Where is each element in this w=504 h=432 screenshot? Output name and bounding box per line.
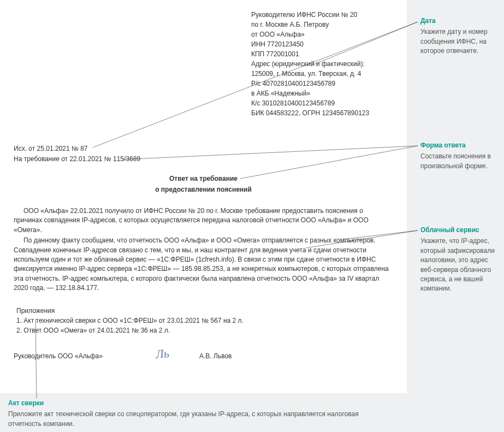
annotation-text: Укажите дату и номер сообщения ИФНС, на … (420, 27, 500, 56)
addr-line: 125009, г. Москва, ул. Тверская, д. 4 (251, 69, 399, 79)
annotation-text: Составьте пояснения в произвольной форме… (420, 152, 500, 171)
attachments-title: Приложения (16, 306, 244, 316)
addr-line: Р/с 40702810400123456789 (251, 79, 399, 88)
doc-title-line2: о предоставлении пояснений (0, 186, 407, 193)
addr-line: от ООО «Альфа» (251, 29, 399, 39)
paper-sheet: Руководителю ИФНС России № 20 по г. Моск… (0, 0, 407, 393)
addr-line: КПП 772001001 (251, 49, 399, 59)
addr-line: в АКБ «Надежный» (251, 88, 399, 98)
attachments-block: Приложения 1. Акт технической сверки с О… (16, 306, 244, 335)
annotation-cloud: Облачный сервис Укажите, что IP-адрес, к… (420, 226, 500, 294)
addr-line: Адрес (юридический и фактический): (251, 59, 399, 69)
addr-line: БИК 044583222, ОГРН 1234567890123 (251, 108, 399, 118)
signatory-name: А.В. Львов (199, 352, 232, 360)
signature-mark-icon: Ль (155, 346, 170, 362)
attachment-item: 2. Ответ ООО «Омега» от 24.01.2021 № 36 … (16, 326, 244, 335)
annotation-text: Приложите акт технической сверки со спец… (8, 410, 390, 429)
annotation-title: Облачный сервис (420, 226, 500, 235)
annotation-title: Дата (420, 16, 500, 26)
recipient-address-block: Руководителю ИФНС России № 20 по г. Моск… (251, 10, 399, 118)
body-text: ООО «Альфа» 22.01.2021 получило от ИФНС … (14, 206, 393, 294)
document-canvas: Руководителю ИФНС России № 20 по г. Моск… (0, 0, 504, 432)
signature-row: Руководитель ООО «Альфа» Ль А.В. Львов (14, 352, 393, 360)
reference-number: На требование от 22.01.2021 № 115/3689 (14, 155, 140, 163)
annotation-text: Укажите, что IP-адрес, который зафиксиро… (420, 236, 500, 293)
signatory-role: Руководитель ООО «Альфа» (14, 352, 103, 360)
addr-line: Руководителю ИФНС России № 20 (251, 10, 399, 20)
addr-line: К/с 30102810400123456789 (251, 98, 399, 108)
doc-title-line1: Ответ на требование (0, 175, 407, 182)
annotation-form: Форма ответа Составьте пояснения в произ… (420, 141, 500, 171)
annotation-title: Акт сверки (8, 399, 390, 408)
annotation-date: Дата Укажите дату и номер сообщения ИФНС… (420, 16, 500, 56)
body-paragraph-2: По данному факту сообщаем, что отчетност… (14, 236, 393, 293)
attachment-item: 1. Акт технической сверки с ООО «1С:ФРЕШ… (16, 316, 244, 326)
annotation-title: Форма ответа (420, 141, 500, 150)
addr-line: по г. Москве А.Б. Петрову (251, 20, 399, 29)
outgoing-number: Исх. от 25.01.2021 № 87 (14, 145, 87, 152)
addr-line: ИНН 7720123450 (251, 39, 399, 49)
annotation-akt: Акт сверки Приложите акт технической све… (8, 399, 390, 429)
body-paragraph-1: ООО «Альфа» 22.01.2021 получило от ИФНС … (14, 206, 393, 235)
